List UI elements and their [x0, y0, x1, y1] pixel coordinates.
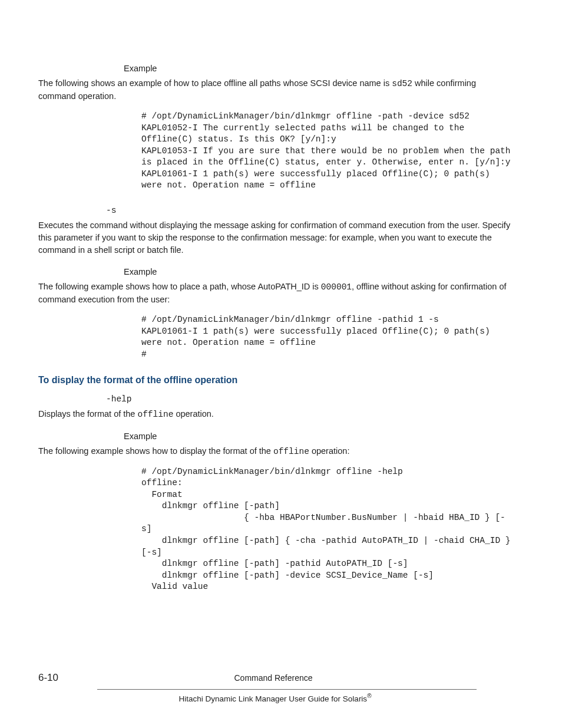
help-desc-code: offline	[137, 410, 173, 419]
help-desc-a: Displays the format of the	[38, 409, 137, 419]
example1-label: Example	[124, 62, 512, 75]
example2-intro: The following example shows how to place…	[38, 281, 512, 306]
footer-book-text: Hitachi Dynamic Link Manager User Guide …	[179, 694, 368, 703]
footer-divider	[97, 689, 477, 690]
page-footer: 6-10 Command Reference Hitachi Dynamic L…	[38, 671, 512, 704]
example1-intro-code: sd52	[392, 79, 412, 88]
help-desc-b: operation.	[173, 409, 214, 419]
example2-code: # /opt/DynamicLinkManager/bin/dlnkmgr of…	[141, 314, 512, 360]
registered-icon: ®	[367, 693, 371, 699]
section-heading: To display the format of the offline ope…	[38, 373, 512, 387]
example3-label: Example	[124, 430, 512, 443]
example3-code: # /opt/DynamicLinkManager/bin/dlnkmgr of…	[141, 466, 512, 593]
example3-intro-b: operation:	[309, 446, 350, 456]
example1-code: # /opt/DynamicLinkManager/bin/dlnkmgr of…	[141, 111, 512, 192]
example3-intro-code: offline	[273, 447, 309, 456]
example1-intro-a: The following shows an example of how to…	[38, 78, 392, 88]
example2-intro-a: The following example shows how to place…	[38, 282, 321, 291]
example3-intro-a: The following example shows how to displ…	[38, 446, 273, 456]
page-number: 6-10	[38, 671, 58, 686]
example2-intro-code: 000001	[321, 282, 352, 292]
example2-label: Example	[124, 266, 512, 278]
footer-section-title: Command Reference	[58, 672, 488, 684]
page: Example The following shows an example o…	[0, 0, 562, 728]
option-help-desc: Displays the format of the offline opera…	[38, 408, 512, 421]
option-s-desc: Executes the command without displaying …	[38, 219, 512, 256]
option-s-flag: -s	[106, 205, 512, 217]
option-help-flag: -help	[106, 393, 512, 406]
footer-top-row: 6-10 Command Reference	[38, 671, 512, 687]
example3-intro: The following example shows how to displ…	[38, 445, 512, 458]
example1-intro: The following shows an example of how to…	[38, 77, 512, 103]
footer-book-title: Hitachi Dynamic Link Manager User Guide …	[38, 692, 512, 704]
